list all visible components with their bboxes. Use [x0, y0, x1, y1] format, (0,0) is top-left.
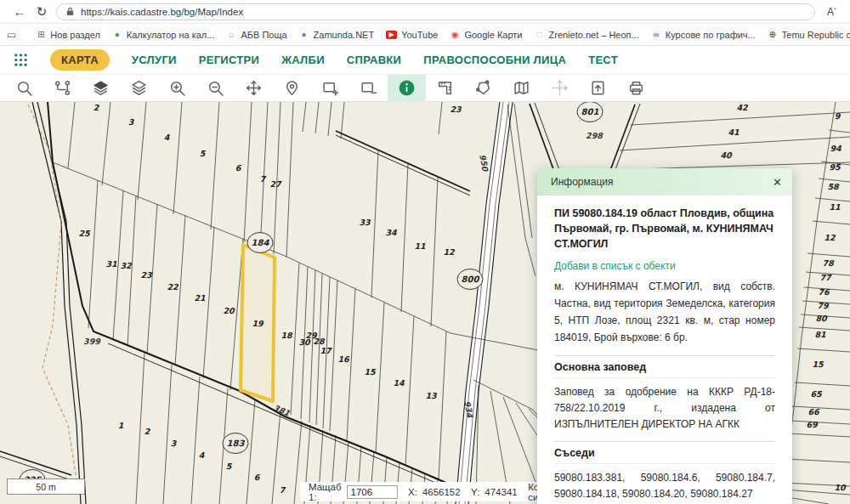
parcel-label: 40	[720, 150, 733, 160]
parcel-label: 17	[320, 346, 332, 355]
bookmark-item[interactable]: ◉Google Карти	[444, 28, 528, 42]
parcel-label: 6	[235, 163, 242, 173]
bookmark-label: Курсове по графич...	[666, 30, 756, 40]
bookmark-favicon: ⊞	[36, 31, 46, 39]
pan-tool-button[interactable]	[235, 75, 273, 102]
zoom-in-tool-button[interactable]	[158, 75, 196, 102]
parcel-label: 77	[819, 273, 832, 282]
parcel-label: 66	[808, 407, 820, 416]
parcel-label: 5	[200, 149, 207, 158]
search-tool-button[interactable]	[5, 75, 43, 102]
route-tool-button[interactable]	[43, 75, 82, 102]
bookmark-item[interactable]: ●Калкулатор на кал...	[106, 28, 221, 42]
bookmark-label: АБВ Поща	[241, 30, 286, 40]
bookmark-label: YouTube	[401, 30, 438, 40]
map-sheet-label: 183	[227, 439, 246, 448]
bookmark-item[interactable]: ▶YouTube	[380, 28, 444, 42]
parcel-label: 4	[164, 133, 170, 142]
bookmarks-bar: ▭ ⊞Нов раздел●Калкулатор на кал...⌂АБВ П…	[0, 24, 850, 46]
y-label: Y:	[471, 487, 479, 497]
measure-tool-button[interactable]	[426, 75, 464, 102]
parcel-label: 5	[226, 462, 233, 471]
apps-grid-icon[interactable]	[14, 53, 28, 67]
info-panel-body: ПИ 59080.184.19 област Пловдив, община П…	[537, 195, 792, 504]
object-title: ПИ 59080.184.19 област Пловдив, община П…	[554, 206, 775, 252]
parcel-label: 69	[806, 420, 819, 429]
map-toolbar	[0, 75, 850, 102]
scale-bar-label: 50 m	[36, 482, 55, 492]
address-bar[interactable]: https://kais.cadastre.bg/bg/Map/Index	[56, 3, 815, 20]
parcel-label: 42	[736, 103, 749, 112]
back-icon[interactable]: ←	[8, 4, 31, 19]
section-neighbours-text: 59080.183.381, 59080.184.6, 59080.184.7,…	[554, 464, 775, 502]
bookmark-label: Zamunda.NET	[314, 30, 375, 40]
bookmark-item[interactable]: ⌂АБВ Поща	[220, 28, 292, 42]
section-order-text: Заповед за одобрение на КККР РД-18-758/2…	[554, 378, 775, 433]
export-tool-button[interactable]	[579, 75, 617, 102]
bookmark-item[interactable]: ∞Курсове по графич...	[645, 28, 762, 42]
parcel-label: 7	[280, 485, 286, 495]
parcel-label: 32	[120, 261, 133, 270]
close-icon[interactable]: ✕	[773, 176, 782, 189]
parcel-label: 7	[260, 174, 267, 184]
nav-item-правоспособни лица[interactable]: ПРАВОСПОСОБНИ ЛИЦА	[423, 54, 566, 66]
info-panel-header: Информация ✕	[537, 168, 792, 195]
sidebar-panel-icon[interactable]: ▭	[7, 29, 16, 41]
parcel-label: 3	[171, 439, 178, 448]
parcel-label: 12	[824, 233, 836, 242]
zoom-out-tool-button[interactable]	[196, 75, 235, 102]
section-order-title: Основна заповед	[554, 355, 775, 378]
x-label: X:	[408, 487, 417, 497]
site-nav: КАРТАУСЛУГИРЕГИСТРИЖАЛБИСПРАВКИПРАВОСПОС…	[0, 46, 850, 75]
bookmark-item[interactable]: ⊞Нов раздел	[30, 28, 105, 42]
road-label: 298	[586, 131, 604, 140]
zoom-rect-out-tool-button[interactable]	[349, 75, 388, 102]
coordinate-axes-tool-button[interactable]	[541, 75, 579, 102]
url-text: https://kais.cadastre.bg/bg/Map/Index	[81, 7, 243, 17]
browser-toolbar: ← ↻ https://kais.cadastre.bg/bg/Map/Inde…	[0, 0, 850, 24]
print-tool-button[interactable]	[617, 75, 655, 102]
parcel-label: 58	[827, 182, 840, 191]
nav-item-жалби[interactable]: ЖАЛБИ	[281, 54, 325, 66]
info-tool-button[interactable]	[388, 75, 426, 102]
parcel-label: 4	[199, 450, 205, 460]
parcel-label: 80	[815, 314, 828, 323]
parcel-label: 3	[128, 117, 135, 127]
parcel-label: 11	[829, 202, 841, 212]
bookmark-item[interactable]: □Zrenieto.net – Неоп...	[529, 28, 645, 42]
bookmark-item[interactable]: ⊕Temu Republic of K...	[762, 28, 850, 42]
parcel-label: 15	[812, 360, 824, 369]
scale-label: Мащаб 1:	[309, 482, 342, 502]
polygon-select-tool-button[interactable]	[464, 75, 502, 102]
layers-tool-button[interactable]	[120, 75, 158, 102]
add-to-list-link[interactable]: Добави в списък с обекти	[554, 260, 676, 272]
map-area: 2345672723424140333411122531322322212019…	[0, 102, 850, 504]
parcel-label: 81	[814, 330, 826, 339]
parcel-label: 6	[254, 473, 261, 482]
parcel-label: 30	[298, 337, 311, 347]
read-aloud-icon[interactable]: Aᵕ	[827, 5, 836, 18]
info-panel-title: Информация	[551, 176, 613, 188]
parcel-label: 41	[728, 127, 740, 137]
info-panel: Информация ✕ ПИ 59080.184.19 област Плов…	[537, 168, 792, 504]
nav-item-регистри[interactable]: РЕГИСТРИ	[199, 54, 259, 66]
bookmark-favicon: □	[535, 31, 545, 39]
bookmark-item[interactable]: ●Zamunda.NET	[293, 28, 381, 42]
parcel-label: 13	[425, 391, 438, 400]
nav-item-справки[interactable]: СПРАВКИ	[347, 54, 401, 66]
scale-input[interactable]	[347, 485, 398, 499]
marker-tool-button[interactable]	[273, 75, 311, 102]
map-tool-button[interactable]	[502, 75, 541, 102]
reload-icon[interactable]: ↻	[31, 4, 53, 20]
parcel-label: 95	[829, 162, 842, 172]
nav-item-карта[interactable]: КАРТА	[50, 49, 110, 71]
layers-dark-tool-button[interactable]	[82, 75, 120, 102]
parcel-label: 10	[834, 483, 847, 492]
nav-item-услуги[interactable]: УСЛУГИ	[132, 54, 177, 66]
parcel-label: 2	[94, 103, 100, 112]
y-value: 474341	[484, 487, 517, 497]
road-label: 399	[83, 337, 101, 346]
zoom-rect-in-tool-button[interactable]	[311, 75, 349, 102]
nav-item-тест[interactable]: ТЕСТ	[588, 54, 618, 66]
bookmark-favicon: ∞	[651, 31, 661, 39]
